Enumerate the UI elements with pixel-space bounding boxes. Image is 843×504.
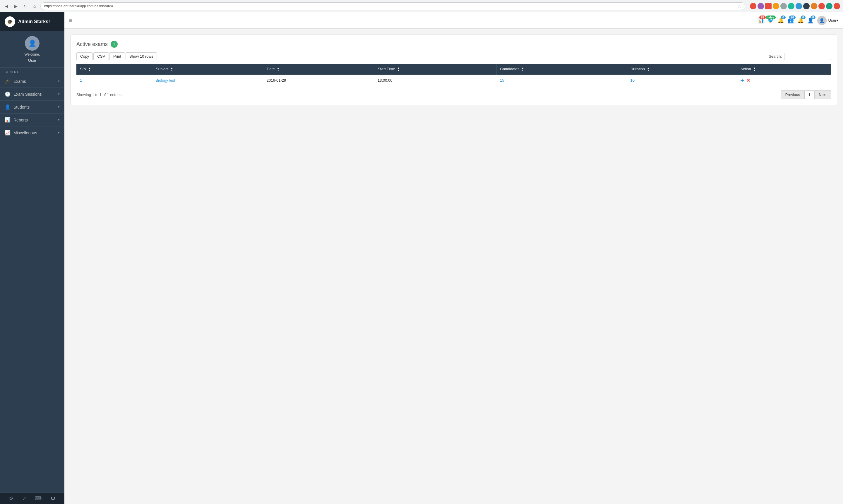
sidebar-item-exam-sessions-label: Exam Sessions (14, 92, 41, 96)
csv-button[interactable]: CSV (93, 52, 109, 60)
col-sn[interactable]: S/N ▲▼ (76, 64, 152, 75)
row-candidates: 15 (497, 75, 627, 86)
ext-icon-1 (750, 3, 756, 10)
analytics-badge: 91 (759, 16, 766, 19)
user-avatar-small: 👤 (817, 16, 827, 25)
app-container: 🎓 Admin Starks! 👤 Welcome, User GENERAL … (0, 12, 843, 504)
search-input[interactable] (784, 53, 831, 60)
content-card: Active exams 1 Copy CSV Print Show 10 ro… (70, 35, 837, 105)
show-rows-button[interactable]: Show 10 rows (126, 52, 157, 60)
ext-icon-6 (788, 3, 794, 10)
user-menu[interactable]: 👤 User▾ (817, 16, 838, 25)
action-arrow-icon[interactable]: ➜ (740, 77, 744, 83)
exam-sessions-icon: 🕐 (5, 91, 11, 97)
sidebar-item-students[interactable]: 👤 Students ▾ (0, 101, 65, 113)
sidebar-item-exams-left: 🎓 Exams (5, 78, 26, 84)
title-badge: 1 (111, 41, 118, 48)
sidebar-item-exams-label: Exams (14, 79, 26, 84)
row-duration: 10 (627, 75, 737, 86)
ext-icon-8 (803, 3, 810, 10)
search-label: Search: (769, 54, 782, 58)
action-delete-icon[interactable]: ✕ (747, 77, 750, 83)
ext-icon-9 (811, 3, 817, 10)
username-text: User (28, 58, 36, 62)
sidebar-title: Admin Starks! (18, 19, 50, 24)
sidebar-item-miscellenous-label: Miscellenous (14, 130, 37, 135)
bookmark-icon: ☆ (738, 4, 741, 8)
reload-button[interactable]: ↻ (22, 3, 29, 10)
sidebar-item-students-left: 👤 Students (5, 104, 30, 110)
row-action: ➜ ✕ (737, 75, 831, 86)
ext-icon-11 (826, 3, 832, 10)
table-buttons: Copy CSV Print Show 10 rows (76, 52, 157, 60)
false-badge-wrapper[interactable]: 🐦 false (768, 17, 774, 24)
print-button[interactable]: Print (109, 52, 125, 60)
row-date: 2016-01-29 (263, 75, 374, 86)
data-table: S/N ▲▼ Subject ▲▼ Date ▲▼ Start Time ▲▼ (76, 64, 831, 86)
search-area: Search: (769, 53, 831, 60)
row-start-time: 13:00:00 (374, 75, 497, 86)
main-content: Active exams 1 Copy CSV Print Show 10 ro… (65, 29, 843, 504)
sidebar: 🎓 Admin Starks! 👤 Welcome, User GENERAL … (0, 12, 65, 504)
page-title: Active exams (76, 41, 108, 48)
hamburger-icon[interactable]: ≡ (69, 17, 73, 24)
url-text: https://node-cbt.herokuapp.com/dashboard… (44, 4, 736, 8)
reports-chevron-icon: ▾ (58, 118, 60, 122)
network-icon-wrapper[interactable]: 👤 0 (807, 17, 814, 24)
pagination-area: Showing 1 to 1 of 1 entries Previous 1 N… (76, 90, 831, 99)
start-time-sort-icon: ▲▼ (397, 67, 399, 72)
col-subject[interactable]: Subject ▲▼ (152, 64, 263, 75)
topnav-right: 📊 91 🐦 false 🔔 0 👥 26 🔔 0 (757, 16, 838, 25)
sidebar-footer: ⚙ ⤢ ⌨ ⏻ (0, 492, 65, 504)
sidebar-item-exams[interactable]: 🎓 Exams ▾ (0, 75, 65, 88)
bell-icon-wrapper[interactable]: 🔔 0 (777, 17, 784, 24)
ext-icon-4 (773, 3, 779, 10)
sidebar-item-miscellenous[interactable]: 📈 Miscellenous ▾ (0, 126, 65, 139)
col-duration[interactable]: Duration ▲▼ (627, 64, 737, 75)
sidebar-logo: 🎓 (5, 16, 15, 27)
duration-sort-icon: ▲▼ (647, 67, 649, 72)
expand-icon[interactable]: ⤢ (22, 496, 26, 501)
keyboard-icon[interactable]: ⌨ (35, 496, 41, 501)
exams-icon: 🎓 (5, 78, 11, 84)
col-start-time[interactable]: Start Time ▲▼ (374, 64, 497, 75)
analytics-nav-icon-wrapper[interactable]: 📊 91 (757, 17, 764, 24)
pagination-buttons: Previous 1 Next (781, 90, 831, 99)
col-action[interactable]: Action ▲▼ (737, 64, 831, 75)
power-icon[interactable]: ⏻ (51, 496, 55, 501)
users-icon-wrapper[interactable]: 👥 26 (787, 17, 794, 24)
sidebar-item-exam-sessions[interactable]: 🕐 Exam Sessions ▾ (0, 88, 65, 101)
sidebar-item-exam-sessions-left: 🕐 Exam Sessions (5, 91, 41, 97)
subject-sort-icon: ▲▼ (171, 67, 173, 72)
ext-icon-10 (819, 3, 825, 10)
previous-button[interactable]: Previous (781, 90, 805, 99)
action-cell: ➜ ✕ (740, 77, 827, 83)
settings-icon[interactable]: ⚙ (9, 496, 13, 501)
back-button[interactable]: ◀ (3, 3, 10, 10)
sidebar-section-label: GENERAL (0, 68, 65, 75)
miscellenous-chevron-icon: ▾ (58, 131, 60, 134)
sidebar-header: 🎓 Admin Starks! (0, 12, 65, 31)
col-date[interactable]: Date ▲▼ (263, 64, 374, 75)
network-badge: 0 (811, 16, 815, 19)
copy-button[interactable]: Copy (76, 52, 93, 60)
alerts-icon-wrapper[interactable]: 🔔 0 (797, 17, 804, 24)
ext-icon-7 (795, 3, 802, 10)
table-controls: Copy CSV Print Show 10 rows Search: (76, 52, 831, 60)
students-chevron-icon: ▾ (58, 105, 60, 109)
students-icon: 👤 (5, 104, 11, 110)
row-sn: 1 (76, 75, 152, 86)
sn-sort-icon: ▲▼ (88, 67, 91, 72)
home-button[interactable]: ⌂ (31, 3, 38, 10)
row-subject[interactable]: BiologyTest (152, 75, 263, 86)
col-candidates[interactable]: Candidates ▲▼ (497, 64, 627, 75)
sidebar-item-reports[interactable]: 📊 Reports ▾ (0, 113, 65, 126)
browser-chrome: ◀ ▶ ↻ ⌂ https://node-cbt.herokuapp.com/d… (0, 0, 843, 12)
ext-icon-3 (765, 3, 772, 10)
forward-button[interactable]: ▶ (12, 3, 19, 10)
sidebar-item-students-label: Students (14, 105, 30, 109)
address-bar[interactable]: https://node-cbt.herokuapp.com/dashboard… (40, 2, 745, 10)
action-sort-icon: ▲▼ (753, 67, 755, 72)
next-button[interactable]: Next (814, 90, 831, 99)
user-label: User▾ (828, 18, 838, 22)
